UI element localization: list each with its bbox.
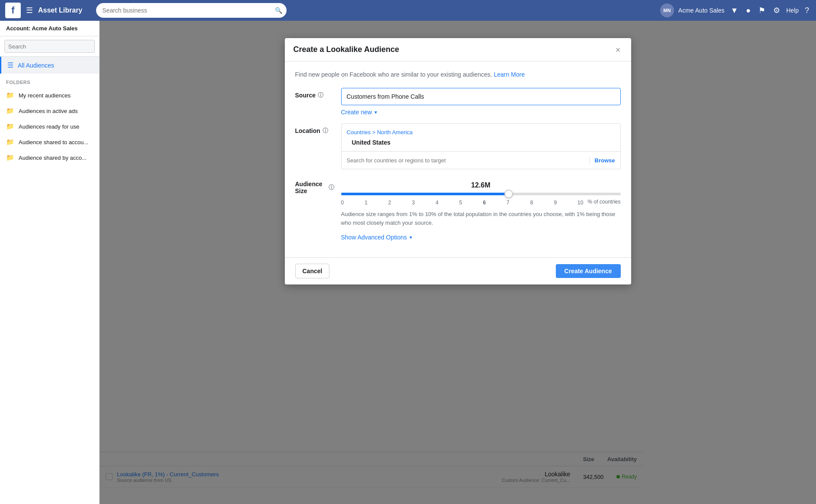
sidebar-folder-shared-to[interactable]: 📁 Audience shared to accou... (0, 134, 99, 150)
modal-title: Create a Lookalike Audience (294, 45, 399, 54)
audience-size-row: Audience Size ⓘ 12.6M (295, 177, 621, 241)
tick-9: 9 (554, 200, 557, 206)
sidebar-folder-ready[interactable]: 📁 Audiences ready for use (0, 119, 99, 134)
top-nav: f ☰ Asset Library 🔍 MN Acme Auto Sales ▼… (0, 0, 816, 21)
location-breadcrumb: Countries > North America (347, 129, 615, 136)
location-tags: Countries > North America United States (342, 124, 620, 152)
audience-size-label: Audience Size ⓘ (295, 177, 334, 194)
slider-value: 12.6M (341, 181, 621, 189)
folder-icon-5: 📁 (6, 154, 14, 162)
tick-3: 3 (412, 200, 415, 206)
source-content: Create new ▼ (341, 88, 621, 116)
sidebar-account: Account: Acme Auto Sales (0, 21, 99, 36)
tick-10: 10 (577, 200, 583, 206)
sidebar-folder-recent[interactable]: 📁 My recent audiences (0, 87, 99, 103)
help-label[interactable]: Help (786, 7, 799, 14)
folder-label: My recent audiences (19, 92, 71, 99)
slider-fill (341, 193, 509, 195)
create-new-label: Create new (341, 109, 372, 116)
sidebar-search-container (0, 36, 99, 57)
slider-pct-label: % of countries (587, 199, 620, 205)
folder-label-5: Audience shared by acco... (19, 155, 87, 161)
globe-icon[interactable]: ● (744, 4, 752, 17)
location-row: Location ⓘ Countries > North America (295, 123, 621, 169)
cancel-button[interactable]: Cancel (295, 264, 330, 278)
folder-icon: 📁 (6, 91, 14, 99)
location-search-input[interactable] (347, 157, 589, 164)
chevron-down-icon-advanced: ▼ (409, 235, 413, 240)
breadcrumb-sep: > (372, 129, 377, 136)
tick-2: 2 (388, 200, 391, 206)
folder-icon-2: 📁 (6, 107, 14, 115)
folder-icon-3: 📁 (6, 123, 14, 130)
create-lookalike-modal: Create a Lookalike Audience × Find new p… (285, 38, 631, 284)
slider-labels-row: 0 1 2 3 4 5 6 7 8 9 (341, 198, 621, 206)
folder-label-2: Audiences in active ads (19, 108, 78, 114)
folders-title: FOLDERS (0, 74, 99, 87)
source-input[interactable] (341, 88, 621, 105)
location-content: Countries > North America United States … (341, 123, 621, 169)
source-label: Source ⓘ (295, 88, 334, 99)
create-audience-button[interactable]: Create Audience (556, 264, 621, 278)
chevron-down-icon: ▼ (374, 110, 378, 115)
tick-0: 0 (341, 200, 344, 206)
learn-more-link[interactable]: Learn More (494, 71, 525, 78)
source-info-icon[interactable]: ⓘ (318, 91, 323, 99)
chevron-down-icon[interactable]: ▼ (729, 4, 740, 17)
tick-1: 1 (364, 200, 368, 206)
gear-icon[interactable]: ⚙ (771, 4, 782, 17)
help-icon[interactable]: ? (803, 4, 811, 17)
sidebar-folder-active-ads[interactable]: 📁 Audiences in active ads (0, 103, 99, 119)
nav-right: MN Acme Auto Sales ▼ ● ⚑ ⚙ Help ? (660, 3, 811, 17)
tick-6: 6 (483, 200, 486, 206)
global-search: 🔍 (96, 3, 287, 18)
location-label: Location ⓘ (295, 123, 334, 135)
modal-close-button[interactable]: × (614, 45, 622, 54)
sidebar-item-label: All Audiences (18, 62, 54, 69)
show-advanced-link[interactable]: Show Advanced Options ▼ (341, 234, 413, 241)
app-title: Asset Library (38, 6, 82, 14)
sidebar-folder-shared-by[interactable]: 📁 Audience shared by acco... (0, 150, 99, 165)
list-icon: ☰ (7, 61, 13, 69)
location-tag: United States (352, 139, 390, 146)
folder-label-3: Audiences ready for use (19, 123, 79, 130)
location-box: Countries > North America United States … (341, 123, 621, 169)
slider-container (341, 193, 621, 195)
slider-thumb[interactable] (504, 190, 513, 198)
account-name[interactable]: Acme Auto Sales (678, 7, 725, 14)
search-icon: 🔍 (275, 7, 282, 14)
sidebar: Account: Acme Auto Sales ☰ All Audiences… (0, 21, 100, 504)
browse-button[interactable]: Browse (589, 157, 615, 164)
modal-header: Create a Lookalike Audience × (285, 38, 631, 61)
source-row: Source ⓘ Create new ▼ (295, 88, 621, 116)
main-area: Size Availability Lookalike (FR, 1%) - C… (100, 21, 816, 504)
modal-intro: Find new people on Facebook who are simi… (295, 70, 621, 79)
modal-body: Find new people on Facebook who are simi… (285, 61, 631, 257)
audience-size-info-icon[interactable]: ⓘ (329, 184, 334, 191)
location-search: Browse (342, 152, 620, 169)
audience-size-content: 12.6M 0 1 2 (341, 181, 621, 241)
create-new-link[interactable]: Create new ▼ (341, 109, 378, 116)
fb-logo: f (5, 3, 21, 18)
sidebar-search-input[interactable] (4, 40, 95, 53)
folder-icon-4: 📁 (6, 138, 14, 146)
countries-link[interactable]: Countries (347, 129, 371, 136)
show-advanced-label: Show Advanced Options (341, 234, 407, 241)
tick-8: 8 (530, 200, 533, 206)
tick-7: 7 (506, 200, 510, 206)
location-info-icon[interactable]: ⓘ (323, 127, 328, 135)
folder-label-4: Audience shared to accou... (19, 139, 88, 145)
flag-icon[interactable]: ⚑ (757, 4, 767, 17)
search-input[interactable] (96, 3, 287, 18)
tick-5: 5 (459, 200, 462, 206)
region-link[interactable]: North America (377, 129, 413, 136)
tick-4: 4 (435, 200, 439, 206)
content-area: Account: Acme Auto Sales ☰ All Audiences… (0, 21, 816, 504)
sidebar-item-all-audiences[interactable]: ☰ All Audiences (0, 57, 99, 74)
audience-size-desc: Audience size ranges from 1% to 10% of t… (341, 210, 621, 227)
modal-footer: Cancel Create Audience (285, 257, 631, 284)
modal-overlay[interactable]: Create a Lookalike Audience × Find new p… (100, 21, 816, 504)
slider-labels: 0 1 2 3 4 5 6 7 8 9 (341, 200, 584, 206)
avatar: MN (660, 3, 674, 17)
hamburger-icon[interactable]: ☰ (26, 6, 33, 15)
